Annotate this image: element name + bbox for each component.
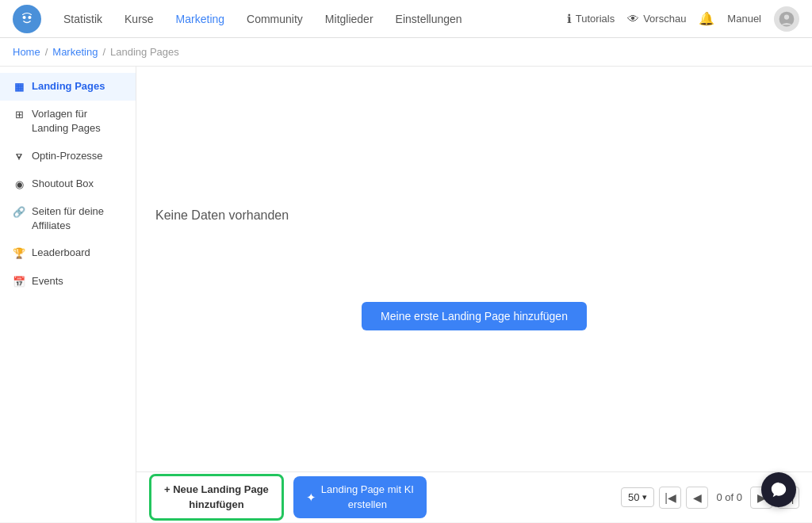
chevron-down-icon: ▾ (642, 492, 647, 502)
nav-statistik[interactable]: Statistik (54, 8, 112, 30)
nav-kurse[interactable]: Kurse (115, 8, 163, 30)
main-content: Keine Daten vorhanden Meine erste Landin… (136, 67, 812, 471)
prev-page-icon: ◀ (693, 491, 702, 504)
trophy-icon: 🏆 (13, 246, 25, 261)
sidebar-item-shoutout[interactable]: ◉ Shoutout Box (0, 170, 136, 198)
user-circle-icon: ◉ (13, 178, 25, 192)
link-icon: 🔗 (13, 205, 25, 220)
notification-btn[interactable]: 🔔 (699, 11, 714, 26)
page-size-select[interactable]: 50 ▾ (621, 487, 654, 507)
nav-community[interactable]: Community (237, 8, 312, 30)
main-area: Keine Daten vorhanden Meine erste Landin… (136, 67, 812, 522)
breadcrumb-home[interactable]: Home (13, 46, 40, 58)
svg-point-2 (28, 15, 31, 18)
nav-einstellungen[interactable]: Einstellungen (386, 8, 472, 30)
sidebar-item-events[interactable]: 📅 Events (0, 268, 136, 296)
empty-state: Keine Daten vorhanden Meine erste Landin… (155, 82, 793, 456)
breadcrumb-sep2: / (102, 46, 105, 58)
ki-landing-page-button[interactable]: ✦ Landing Page mit KI erstellen (293, 476, 427, 517)
grid-icon: ▦ (13, 80, 25, 94)
funnel-icon: ⛛ (13, 150, 25, 164)
layout: ▦ Landing Pages ⊞ Vorlagen für Landing P… (0, 67, 812, 522)
footer-bar: + Neue Landing Page hinzufügen ✦ Landing… (136, 471, 812, 522)
chat-bubble-button[interactable] (761, 472, 796, 507)
sidebar-item-optin[interactable]: ⛛ Optin-Prozesse (0, 143, 136, 170)
bell-icon: 🔔 (699, 11, 714, 26)
user-name[interactable]: Manuel (727, 13, 761, 25)
sidebar-item-vorlagen[interactable]: ⊞ Vorlagen für Landing Pages (0, 101, 136, 142)
svg-point-1 (23, 15, 26, 18)
no-data-text: Keine Daten vorhanden (155, 208, 289, 223)
pagination-first-button[interactable]: |◀ (659, 487, 681, 509)
topnav-right: ℹ Tutorials 👁 Vorschau 🔔 Manuel (567, 6, 799, 32)
tutorials-btn[interactable]: ℹ Tutorials (567, 12, 615, 26)
info-icon: ℹ (567, 12, 572, 26)
pagination-count: 0 of 0 (713, 491, 745, 503)
first-page-icon: |◀ (665, 491, 676, 504)
logo[interactable] (13, 5, 41, 33)
add-first-landing-page-button[interactable]: Meine erste Landing Page hinzufügen (362, 302, 587, 330)
template-icon: ⊞ (13, 108, 25, 122)
breadcrumb: Home / Marketing / Landing Pages (0, 38, 812, 67)
neue-landing-page-button[interactable]: + Neue Landing Page hinzufügen (149, 474, 284, 520)
breadcrumb-current: Landing Pages (110, 46, 179, 58)
eye-icon: 👁 (627, 12, 639, 25)
svg-point-4 (784, 14, 789, 19)
sidebar: ▦ Landing Pages ⊞ Vorlagen für Landing P… (0, 67, 136, 522)
nav-mitglieder[interactable]: Mitglieder (316, 8, 383, 30)
vorschau-btn[interactable]: 👁 Vorschau (627, 12, 686, 25)
sidebar-item-leaderboard[interactable]: 🏆 Leaderboard (0, 239, 136, 267)
pagination-prev-button[interactable]: ◀ (686, 487, 708, 509)
calendar-icon: 📅 (13, 275, 25, 289)
topnav: Statistik Kurse Marketing Community Mitg… (0, 0, 812, 38)
user-avatar[interactable] (774, 6, 799, 32)
sidebar-item-landing-pages[interactable]: ▦ Landing Pages (0, 73, 136, 101)
breadcrumb-marketing[interactable]: Marketing (52, 46, 98, 58)
sparkle-icon: ✦ (306, 489, 316, 506)
breadcrumb-sep1: / (45, 46, 48, 58)
nav-marketing[interactable]: Marketing (167, 8, 234, 30)
sidebar-item-affiliates[interactable]: 🔗 Seiten für deine Affiliates (0, 198, 136, 239)
